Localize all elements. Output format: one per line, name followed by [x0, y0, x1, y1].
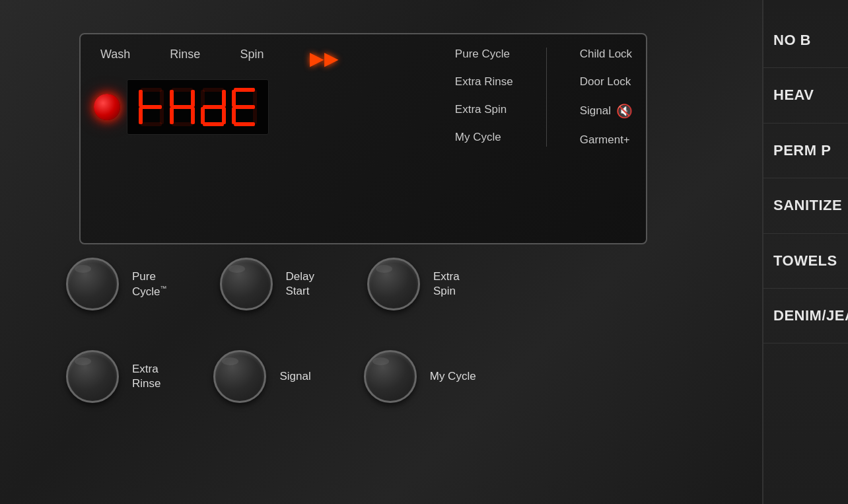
my-cycle-label: My Cycle	[430, 369, 476, 384]
option-garment-plus: Garment+	[580, 133, 633, 147]
digit-display	[127, 79, 269, 135]
option-extra-rinse: Extra Rinse	[455, 75, 513, 89]
extra-rinse-group: ExtraRinse	[66, 350, 160, 403]
extra-rinse-button[interactable]	[66, 350, 119, 403]
svg-rect-9	[191, 90, 195, 107]
svg-rect-1	[139, 90, 143, 107]
extra-spin-group: ExtraSpin	[367, 258, 460, 310]
svg-rect-7	[172, 88, 193, 92]
signal-group: Signal	[213, 350, 310, 403]
digit-4	[230, 87, 258, 127]
svg-rect-12	[191, 107, 195, 124]
svg-rect-6	[141, 122, 162, 126]
svg-rect-19	[222, 107, 226, 124]
svg-rect-0	[141, 88, 162, 92]
svg-rect-4	[139, 107, 143, 124]
status-led	[94, 94, 120, 120]
my-cycle-group: My Cycle	[364, 350, 476, 403]
buttons-area: PureCycle™ DelayStart ExtraSpin ExtraRin…	[66, 258, 726, 443]
options-column-left: Pure Cycle Extra Rinse Extra Spin My Cyc…	[455, 48, 513, 147]
option-signal: Signal 🔇	[580, 103, 633, 119]
option-door-lock: Door Lock	[580, 75, 633, 89]
svg-rect-22	[232, 90, 236, 107]
svg-rect-15	[201, 90, 205, 107]
signal-button[interactable]	[213, 350, 266, 403]
svg-rect-24	[234, 105, 255, 109]
my-cycle-button[interactable]	[364, 350, 417, 403]
svg-rect-17	[203, 105, 224, 109]
right-panel-item-5: DENIM/JEA	[763, 289, 848, 343]
svg-rect-8	[170, 90, 174, 107]
option-child-lock: Child Lock	[580, 48, 633, 61]
display-panel: Wash Rinse Spin ▶▶	[79, 33, 647, 244]
spin-arrow-indicator: ▶▶	[310, 48, 339, 69]
right-panel-item-3: SANITIZE	[763, 178, 848, 233]
digit-1	[137, 87, 165, 127]
svg-rect-27	[234, 122, 255, 126]
digit-2	[168, 87, 196, 127]
buttons-row-2: ExtraRinse Signal My Cycle	[66, 350, 726, 403]
buttons-row-1: PureCycle™ DelayStart ExtraSpin	[66, 258, 726, 310]
right-panel: NO B HEAV PERM P SANITIZE TOWELS DENIM/J…	[762, 0, 848, 504]
svg-rect-25	[232, 107, 236, 124]
right-panel-item-4: TOWELS	[763, 234, 848, 289]
signal-text: Signal	[580, 104, 611, 118]
delay-start-button[interactable]	[220, 258, 273, 310]
signal-button-label: Signal	[279, 369, 310, 384]
svg-rect-13	[172, 122, 193, 126]
spin-label: Spin	[240, 48, 264, 69]
svg-rect-2	[160, 90, 164, 107]
extra-rinse-label: ExtraRinse	[132, 362, 160, 391]
rinse-label: Rinse	[170, 48, 200, 69]
svg-rect-18	[201, 107, 205, 124]
extra-spin-button[interactable]	[367, 258, 420, 310]
display-options: Pure Cycle Extra Rinse Extra Spin My Cyc…	[455, 48, 633, 147]
svg-rect-26	[253, 107, 257, 124]
right-panel-item-2: PERM P	[763, 124, 848, 178]
options-column-right: Child Lock Door Lock Signal 🔇 Garment+	[580, 48, 633, 147]
svg-rect-21	[234, 88, 255, 92]
wash-label: Wash	[100, 48, 130, 69]
extra-spin-label: ExtraSpin	[433, 270, 460, 299]
svg-rect-23	[253, 90, 257, 107]
pure-cycle-button[interactable]	[66, 258, 119, 310]
svg-rect-10	[172, 105, 193, 109]
right-panel-item-0: NO B	[763, 13, 848, 68]
delay-start-group: DelayStart	[220, 258, 314, 310]
right-panel-item-1: HEAV	[763, 68, 848, 123]
digit-3	[199, 87, 227, 127]
svg-rect-16	[222, 90, 226, 107]
svg-rect-11	[170, 107, 174, 124]
options-divider	[546, 48, 547, 147]
svg-rect-14	[203, 88, 224, 92]
svg-rect-3	[141, 105, 162, 109]
pure-cycle-label: PureCycle™	[132, 270, 167, 299]
svg-rect-5	[160, 107, 164, 124]
pure-cycle-group: PureCycle™	[66, 258, 167, 310]
delay-start-label: DelayStart	[286, 270, 314, 299]
washer-panel: Wash Rinse Spin ▶▶	[0, 0, 766, 504]
option-my-cycle: My Cycle	[455, 131, 513, 144]
option-extra-spin: Extra Spin	[455, 103, 513, 116]
svg-rect-20	[203, 122, 224, 126]
signal-active-icon: 🔇	[616, 103, 633, 119]
option-pure-cycle: Pure Cycle	[455, 48, 513, 61]
